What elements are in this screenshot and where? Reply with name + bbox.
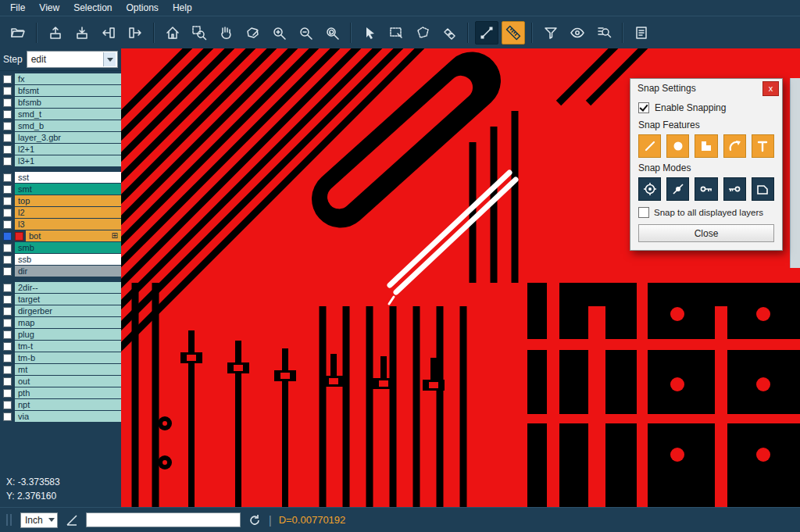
layer-name[interactable]: out bbox=[15, 376, 121, 387]
layer-visibility-checkbox[interactable] bbox=[3, 342, 12, 351]
layer-visibility-checkbox[interactable] bbox=[3, 220, 12, 229]
statusbar-grip[interactable] bbox=[6, 514, 12, 526]
layer-row[interactable]: dir bbox=[0, 266, 121, 277]
layer-name[interactable]: bot⊞ bbox=[26, 230, 121, 241]
layer-name[interactable]: l3 bbox=[15, 219, 121, 230]
layer-row[interactable]: bot⊞ bbox=[0, 230, 121, 241]
zoom-out-button[interactable] bbox=[294, 21, 317, 45]
layer-row[interactable]: out bbox=[0, 376, 121, 387]
layer-name[interactable]: smd_t bbox=[15, 109, 121, 120]
layer-visibility-checkbox[interactable] bbox=[3, 87, 12, 95]
layer-visibility-checkbox[interactable] bbox=[3, 244, 12, 252]
layer-name[interactable]: l2+1 bbox=[15, 144, 121, 155]
layer-row[interactable]: mt bbox=[0, 364, 121, 375]
command-input[interactable] bbox=[86, 512, 241, 527]
layer-name[interactable]: bfsmt bbox=[15, 85, 121, 96]
layer-visibility-checkbox[interactable] bbox=[3, 284, 12, 292]
home-view-button[interactable] bbox=[161, 21, 184, 45]
layer-row[interactable]: l2+1 bbox=[0, 144, 121, 155]
menu-help[interactable]: Help bbox=[166, 1, 199, 15]
snap-feature-line-button[interactable] bbox=[638, 134, 661, 158]
dialog-close-x-button[interactable]: x bbox=[762, 81, 779, 96]
layer-visibility-checkbox[interactable] bbox=[3, 232, 12, 241]
layer-visibility-checkbox[interactable] bbox=[3, 122, 12, 130]
layer-visibility-checkbox[interactable] bbox=[3, 354, 12, 362]
layer-name[interactable]: via bbox=[15, 411, 121, 422]
layer-visibility-checkbox[interactable] bbox=[3, 197, 12, 205]
layer-visibility-checkbox[interactable] bbox=[3, 110, 12, 119]
layer-name[interactable]: l2 bbox=[15, 207, 121, 218]
layer-row[interactable]: pth bbox=[0, 387, 121, 398]
layer-row[interactable]: ssb bbox=[0, 254, 121, 265]
layer-visibility-checkbox[interactable] bbox=[3, 330, 12, 339]
layer-name[interactable]: bfsmb bbox=[15, 97, 121, 108]
snap-mode-point-on-line-button[interactable] bbox=[666, 177, 689, 201]
layer-row[interactable]: smb bbox=[0, 242, 121, 253]
snap-feature-arc-button[interactable] bbox=[723, 134, 746, 158]
layer-name[interactable]: mt bbox=[15, 364, 121, 375]
layer-row[interactable]: via bbox=[0, 411, 121, 422]
layer-row[interactable]: layer_3.gbr bbox=[0, 132, 121, 143]
layer-visibility-checkbox[interactable] bbox=[3, 134, 12, 142]
unit-select[interactable]: Inch bbox=[20, 512, 58, 528]
layer-name[interactable]: pth bbox=[15, 387, 121, 398]
layer-name[interactable]: fx bbox=[15, 73, 121, 84]
layer-name[interactable]: target bbox=[15, 294, 121, 305]
layer-visibility-checkbox[interactable] bbox=[3, 389, 12, 398]
layer-row[interactable]: sst bbox=[0, 172, 121, 183]
enable-snapping-row[interactable]: Enable Snapping bbox=[638, 102, 774, 113]
filter-button[interactable] bbox=[539, 21, 562, 45]
layer-row[interactable]: fx bbox=[0, 73, 121, 84]
layer-row[interactable]: tm-t bbox=[0, 341, 121, 352]
layer-row[interactable]: plug bbox=[0, 329, 121, 340]
menu-options[interactable]: Options bbox=[120, 1, 166, 15]
layer-visibility-checkbox[interactable] bbox=[3, 157, 12, 166]
dialog-titlebar[interactable]: Snap Settings x bbox=[630, 79, 782, 98]
select-cursor-button[interactable] bbox=[358, 21, 381, 45]
layer-visibility-checkbox[interactable] bbox=[3, 98, 12, 107]
layer-visibility-checkbox[interactable] bbox=[3, 267, 12, 276]
layer-name[interactable]: dirgerber bbox=[15, 305, 121, 316]
layer-row[interactable]: tm-b bbox=[0, 352, 121, 363]
layer-row[interactable]: bfsmb bbox=[0, 97, 121, 108]
layer-name[interactable]: layer_3.gbr bbox=[15, 132, 121, 143]
snap-feature-pad-button[interactable] bbox=[666, 134, 689, 158]
select-rectangle-button[interactable] bbox=[384, 21, 408, 45]
layer-row[interactable]: smd_t bbox=[0, 109, 121, 120]
snap-mode-key-left-button[interactable] bbox=[695, 177, 717, 201]
layer-row[interactable]: target bbox=[0, 294, 121, 305]
layer-row[interactable]: 2dir-- bbox=[0, 282, 121, 293]
layer-visibility-checkbox[interactable] bbox=[3, 307, 12, 316]
pan-button[interactable] bbox=[214, 21, 238, 45]
layer-row[interactable]: dirgerber bbox=[0, 305, 121, 316]
layer-name[interactable]: plug bbox=[15, 329, 121, 340]
layer-row[interactable]: l3 bbox=[0, 219, 121, 230]
layer-visibility-checkbox[interactable] bbox=[3, 412, 12, 421]
layer-name[interactable]: tm-t bbox=[15, 341, 121, 352]
zoom-previous-button[interactable] bbox=[320, 21, 344, 45]
layer-name[interactable]: l3+1 bbox=[15, 155, 121, 166]
snap-feature-surface-button[interactable] bbox=[695, 134, 717, 158]
snap-mode-key-right-button[interactable] bbox=[723, 177, 746, 201]
layer-row[interactable]: npt bbox=[0, 399, 121, 410]
layer-row[interactable]: bfsmt bbox=[0, 85, 121, 96]
layer-row[interactable]: l2 bbox=[0, 207, 121, 218]
export-right-button[interactable] bbox=[123, 21, 147, 45]
import-top-button[interactable] bbox=[44, 21, 67, 45]
layer-name[interactable]: map bbox=[15, 317, 121, 328]
layer-visibility-checkbox[interactable] bbox=[3, 185, 12, 194]
menu-file[interactable]: File bbox=[3, 1, 32, 15]
line-tool-button[interactable] bbox=[475, 21, 498, 45]
layer-visibility-checkbox[interactable] bbox=[3, 295, 12, 304]
export-bottom-button[interactable] bbox=[70, 21, 94, 45]
layer-name[interactable]: tm-b bbox=[15, 352, 121, 363]
step-select[interactable]: edit bbox=[27, 51, 118, 68]
enable-snapping-checkbox[interactable] bbox=[638, 102, 649, 113]
layer-visibility-checkbox[interactable] bbox=[3, 173, 12, 182]
refresh-icon[interactable] bbox=[248, 513, 262, 527]
layer-visibility-checkbox[interactable] bbox=[3, 145, 12, 154]
layer-name[interactable]: 2dir-- bbox=[15, 282, 121, 293]
snap-all-layers-checkbox[interactable] bbox=[638, 207, 649, 218]
layer-visibility-checkbox[interactable] bbox=[3, 401, 12, 409]
zoom-window-button[interactable] bbox=[188, 21, 211, 45]
